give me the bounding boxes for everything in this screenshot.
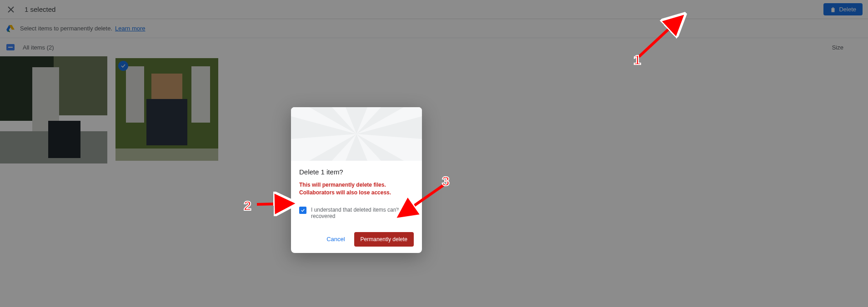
- acknowledge-checkbox[interactable]: [299, 207, 306, 214]
- acknowledge-row[interactable]: I understand that deleted items can't be…: [299, 207, 414, 219]
- dialog-illustration: [291, 107, 422, 161]
- acknowledge-label: I understand that deleted items can't be…: [311, 207, 414, 219]
- cancel-button[interactable]: Cancel: [322, 232, 349, 246]
- confirm-delete-dialog: Delete 1 item? This will permanently del…: [291, 107, 422, 253]
- dialog-warning-text: This will permanently delete files. Coll…: [299, 181, 414, 197]
- dialog-title: Delete 1 item?: [299, 168, 414, 176]
- modal-backdrop: [0, 0, 868, 307]
- permanently-delete-button[interactable]: Permanently delete: [354, 232, 414, 247]
